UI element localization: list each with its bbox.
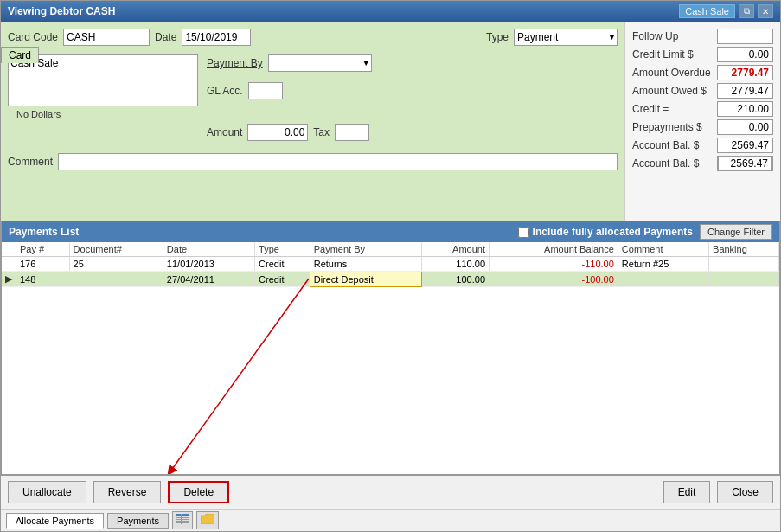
payments-section: Payments List Include fully allocated Pa… (1, 221, 780, 531)
restore-button[interactable]: ⧉ (739, 4, 754, 18)
svg-line-0 (170, 279, 309, 471)
table-svg-icon (176, 514, 189, 524)
row1-doc-num: 25 (69, 257, 163, 272)
type-input[interactable] (514, 29, 618, 46)
col-balance: Amount Balance (490, 242, 618, 257)
card-code-input[interactable] (63, 29, 150, 46)
svg-rect-5 (176, 522, 189, 523)
right-form-fields: Payment By ▼ GL Acc. Amount Tax (207, 54, 372, 144)
left-button-group: Unallocate Reverse Delete (8, 481, 229, 503)
gl-acc-input[interactable] (248, 82, 283, 99)
col-type: Type (255, 242, 310, 257)
include-allocated-checkbox[interactable] (518, 227, 529, 238)
amount-overdue-label: Amount Overdue (632, 67, 711, 79)
type-dropdown-icon[interactable]: ▼ (608, 33, 616, 42)
follow-up-row: Follow Up (632, 29, 773, 44)
unallocate-button[interactable]: Unallocate (8, 481, 86, 503)
follow-up-label: Follow Up (632, 30, 678, 42)
account-bal2-input[interactable] (717, 156, 773, 171)
row1-pay-num: 176 (16, 257, 70, 272)
payments-table: Pay # Document# Date Type Payment By Amo… (2, 242, 779, 287)
tax-label: Tax (313, 126, 330, 138)
prepayments-label: Prepayments $ (632, 121, 702, 133)
include-allocated-label[interactable]: Include fully allocated Payments (518, 226, 693, 238)
change-filter-button[interactable]: Change Filter (700, 224, 772, 240)
row2-payment-by: Direct Deposit (310, 272, 422, 287)
tab-payments[interactable]: Payments (107, 513, 169, 529)
account-bal2-row: Account Bal. $ (632, 156, 773, 171)
payment-by-row: Payment By ▼ (207, 54, 372, 72)
payments-table-header-row: Pay # Document# Date Type Payment By Amo… (2, 242, 779, 257)
include-allocated-text: Include fully allocated Payments (533, 226, 693, 238)
payments-table-container: Pay # Document# Date Type Payment By Amo… (2, 242, 779, 474)
row2-type: Credit (255, 272, 310, 287)
credit-label: Credit = (632, 103, 669, 115)
payment-by-dropdown-icon[interactable]: ▼ (362, 59, 370, 67)
close-button-bottom[interactable]: Close (717, 481, 773, 503)
amount-owed-label: Amount Owed $ (632, 85, 707, 97)
col-arrow (2, 242, 16, 257)
reverse-button[interactable]: Reverse (93, 481, 162, 503)
account-bal1-input[interactable] (717, 138, 773, 153)
bottom-tabs-area: Allocate Payments Payments (1, 509, 780, 531)
prepayments-input[interactable] (717, 119, 773, 135)
amount-row: Amount Tax (207, 124, 372, 141)
table-icon[interactable] (172, 511, 193, 529)
amount-owed-input[interactable] (717, 83, 773, 99)
table-row[interactable]: ▶ 148 27/04/2011 Credit Direct Deposit 1… (2, 272, 779, 287)
payments-table-body: 176 25 11/01/2013 Credit Returns 110.00 … (2, 257, 779, 287)
credit-limit-input[interactable] (717, 47, 773, 62)
date-label: Date (155, 31, 176, 43)
title-bar-controls: Cash Sale ⧉ ✕ (679, 4, 773, 18)
row2-date: 27/04/2011 (163, 272, 254, 287)
credit-limit-row: Credit Limit $ (632, 47, 773, 62)
textarea-area: Cash Sale No Dollars (8, 54, 198, 144)
delete-button[interactable]: Delete (168, 481, 229, 503)
svg-rect-4 (176, 521, 189, 522)
row1-arrow (2, 257, 16, 272)
row2-comment (618, 272, 708, 287)
col-pay-num: Pay # (16, 242, 70, 257)
bottom-buttons-row: Unallocate Reverse Delete Edit Close (8, 481, 773, 503)
row2-amount: 100.00 (422, 272, 490, 287)
comment-input[interactable] (58, 153, 618, 170)
payments-table-section: Payments List Include fully allocated Pa… (1, 221, 780, 475)
right-info-panel: Follow Up Credit Limit $ Amount Overdue … (624, 22, 780, 221)
edit-button[interactable]: Edit (663, 481, 711, 503)
bottom-area: Unallocate Reverse Delete Edit Close (1, 475, 780, 509)
follow-up-input[interactable] (717, 29, 773, 44)
comment-row: Comment (8, 153, 618, 170)
card-code-label: Card Code (8, 31, 58, 43)
svg-rect-3 (176, 519, 189, 520)
row1-payment-by: Returns (310, 257, 422, 272)
tax-input[interactable] (335, 124, 369, 141)
table-row[interactable]: 176 25 11/01/2013 Credit Returns 110.00 … (2, 257, 779, 272)
col-comment: Comment (618, 242, 708, 257)
row2-banking (709, 272, 779, 287)
amount-input[interactable] (247, 124, 308, 141)
gl-acc-label: GL Acc. (207, 85, 243, 97)
form-row-1: Card Code Date Type ▼ (8, 29, 618, 46)
account-bal2-label: Account Bal. $ (632, 157, 699, 170)
row1-banking (709, 257, 779, 272)
payment-by-input[interactable] (268, 54, 372, 72)
svg-rect-1 (176, 514, 189, 516)
folder-icon[interactable] (196, 511, 219, 529)
svg-rect-2 (176, 517, 189, 518)
close-button[interactable]: ✕ (758, 4, 773, 18)
left-form-panel: Card Code Date Type ▼ Cash Sale No Dolla… (1, 22, 624, 221)
col-date: Date (163, 242, 254, 257)
tab-allocate-payments[interactable]: Allocate Payments (6, 513, 104, 529)
type-label: Type (486, 31, 509, 43)
row1-type: Credit (255, 257, 310, 272)
row2-balance: -100.00 (490, 272, 618, 287)
col-payment-by: Payment By (310, 242, 422, 257)
amount-overdue-input[interactable] (717, 65, 773, 80)
window-title: Viewing Debtor CASH (8, 5, 115, 17)
payments-table-head: Pay # Document# Date Type Payment By Amo… (2, 242, 779, 257)
date-input[interactable] (182, 29, 251, 46)
credit-input[interactable] (717, 101, 773, 117)
row2-doc-num (69, 272, 163, 287)
card-tab[interactable]: Card (1, 47, 39, 63)
col-amount: Amount (422, 242, 490, 257)
